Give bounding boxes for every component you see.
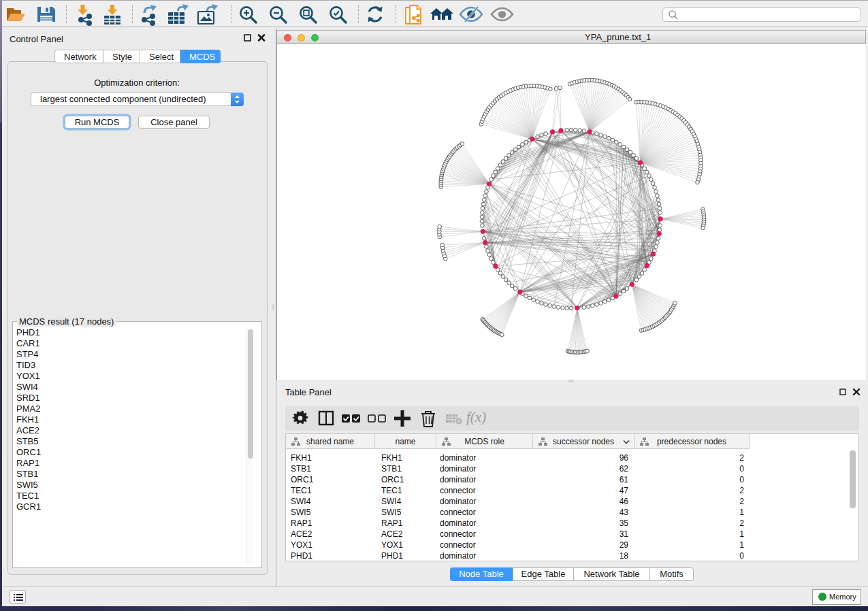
svg-text:f(x): f(x) <box>466 409 486 425</box>
